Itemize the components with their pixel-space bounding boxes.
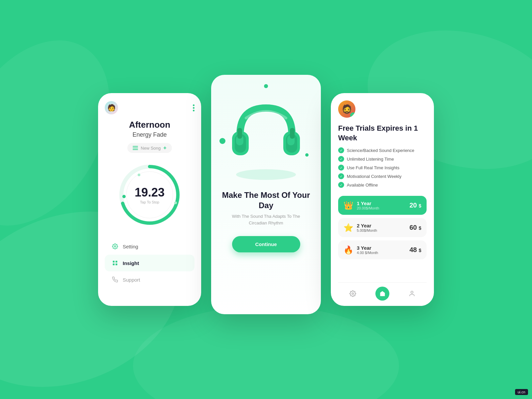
- plan-emoji: 🔥: [343, 245, 353, 255]
- nav-settings-button[interactable]: [346, 287, 360, 301]
- plan-total-price: 60 $: [409, 224, 421, 231]
- svg-rect-11: [116, 264, 117, 265]
- plan-price-monthly: 20.00$/Month: [357, 206, 406, 210]
- plan-price-monthly: 5.00$/Month: [357, 228, 406, 232]
- phone1-header: 🧑: [105, 101, 195, 114]
- feature-text: Science/Backed Sound Experience: [347, 148, 414, 153]
- top-accent-dot: [264, 84, 268, 88]
- timer-label: Tap To Stop: [135, 200, 165, 204]
- check-icon: ✓: [338, 182, 344, 188]
- right-accent-dot: [305, 153, 309, 157]
- sidebar-menu: Setting Insight: [105, 238, 195, 288]
- plan-card-2year[interactable]: ⭐ 2 Year 5.00$/Month 60 $: [338, 218, 427, 237]
- feature-item: ✓ Unlimited Listening Time: [338, 156, 427, 162]
- avatar-badge: ✨: [350, 112, 355, 118]
- svg-rect-10: [113, 264, 114, 265]
- bottom-nav: [338, 282, 427, 301]
- feature-text: Available Offline: [347, 183, 378, 188]
- new-song-label: New Song: [141, 146, 161, 151]
- phone-onboarding: Make The Most Of Your Day With The Sound…: [211, 75, 321, 314]
- feature-item: ✓ Use Full Real Time Insights: [338, 165, 427, 171]
- svg-point-21: [352, 293, 354, 295]
- watermark: ui.cn: [515, 389, 528, 395]
- plan-emoji: ⭐: [343, 223, 353, 232]
- phone-music-player: 🧑 Afternoon Energy Fade New Song +: [98, 93, 201, 306]
- plan-name: 1 Year: [357, 200, 406, 206]
- plan-price-monthly: 4.00 $/Month: [357, 251, 406, 255]
- circular-timer[interactable]: 19.23 Tap To Stop: [116, 162, 183, 228]
- trial-title: Free Trials Expires in 1 Week: [338, 124, 427, 143]
- check-icon: ✓: [338, 156, 344, 162]
- nav-home-button[interactable]: [375, 287, 389, 301]
- phones-container: 🧑 Afternoon Energy Fade New Song +: [98, 85, 434, 314]
- svg-rect-20: [290, 128, 295, 139]
- add-song-icon[interactable]: +: [163, 145, 166, 151]
- continue-button[interactable]: Continue: [232, 236, 300, 252]
- phone-icon: [111, 276, 119, 283]
- hamburger-icon: [133, 146, 138, 150]
- feature-item: ✓ Science/Backed Sound Experience: [338, 147, 427, 153]
- feature-text: Use Full Real Time Insights: [347, 165, 399, 170]
- user-avatar: 🧔 ✨: [338, 100, 355, 118]
- plan-card-3year[interactable]: 🔥 3 Year 4.00 $/Month 48 $: [338, 240, 427, 259]
- feature-text: Motivational Content Weekly: [347, 174, 402, 179]
- grid-icon: [111, 259, 119, 267]
- svg-rect-8: [113, 261, 114, 262]
- insight-label: Insight: [123, 260, 139, 266]
- song-title: Afternoon: [129, 120, 170, 130]
- svg-rect-19: [237, 128, 242, 139]
- sidebar-item-support[interactable]: Support: [105, 271, 195, 288]
- plan-total-price: 20 $: [409, 201, 421, 209]
- setting-label: Setting: [123, 244, 138, 249]
- svg-point-7: [114, 246, 116, 247]
- headphone-image: [223, 91, 309, 185]
- phone-subscription: 🧔 ✨ Free Trials Expires in 1 Week ✓ Scie…: [331, 93, 434, 306]
- plan-name: 3 Year: [357, 245, 406, 251]
- features-list: ✓ Science/Backed Sound Experience ✓ Unli…: [338, 147, 427, 191]
- plan-name: 2 Year: [357, 223, 406, 228]
- support-label: Support: [123, 277, 140, 283]
- new-song-bar[interactable]: New Song +: [127, 143, 172, 153]
- svg-point-2: [133, 306, 399, 399]
- timer-display: 19.23 Tap To Stop: [135, 186, 165, 204]
- gear-icon: [111, 243, 119, 250]
- check-icon: ✓: [338, 147, 344, 153]
- onboarding-title: Make The Most Of Your Day: [211, 190, 321, 210]
- avatar: 🧑: [105, 101, 118, 114]
- sidebar-item-setting[interactable]: Setting: [105, 238, 195, 255]
- plan-info: 1 Year 20.00$/Month: [357, 200, 406, 210]
- check-icon: ✓: [338, 173, 344, 179]
- feature-text: Unlimited Listening Time: [347, 157, 394, 162]
- plan-total-price: 48 $: [409, 246, 421, 254]
- feature-item: ✓ Motivational Content Weekly: [338, 173, 427, 179]
- svg-point-12: [236, 169, 296, 180]
- check-icon: ✓: [338, 165, 344, 171]
- song-subtitle: Energy Fade: [132, 131, 167, 138]
- nav-profile-button[interactable]: [405, 287, 419, 301]
- svg-point-22: [411, 291, 413, 294]
- plan-emoji: 👑: [343, 201, 353, 210]
- sidebar-item-insight[interactable]: Insight: [105, 255, 195, 271]
- left-accent-dot: [219, 138, 225, 144]
- svg-rect-9: [116, 261, 117, 262]
- phone3-header: 🧔 ✨: [338, 100, 427, 118]
- plan-info: 3 Year 4.00 $/Month: [357, 245, 406, 255]
- more-menu-button[interactable]: [193, 104, 195, 111]
- timer-value: 19.23: [135, 186, 165, 200]
- plan-info: 2 Year 5.00$/Month: [357, 223, 406, 232]
- plan-card-1year[interactable]: 👑 1 Year 20.00$/Month 20 $: [338, 196, 427, 215]
- onboarding-subtitle: With The Sound Tha Adapts To The Circadi…: [211, 210, 321, 226]
- feature-item: ✓ Available Offline: [338, 182, 427, 188]
